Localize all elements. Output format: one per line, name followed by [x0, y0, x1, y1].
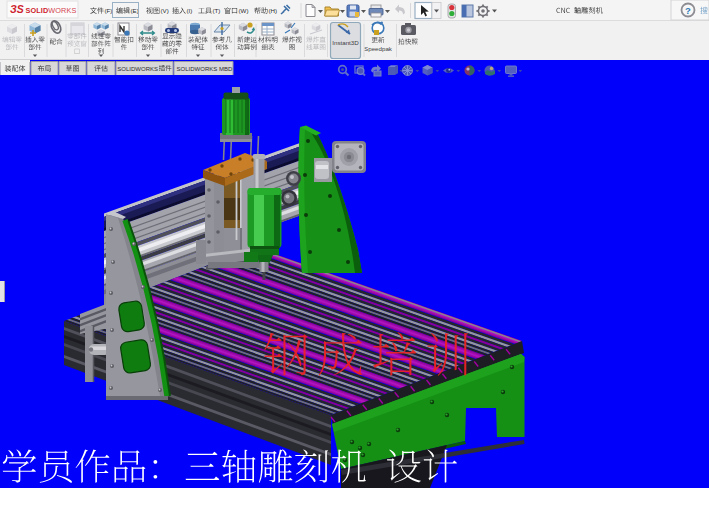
svg-text:(I): (I) — [187, 7, 193, 14]
svg-text:SOLIDWORKS: SOLIDWORKS — [26, 6, 77, 15]
svg-text:SOLIDWORKS: SOLIDWORKS — [117, 66, 158, 72]
svg-text:(V): (V) — [161, 7, 169, 14]
svg-text:?: ? — [685, 5, 691, 16]
svg-text:(W): (W) — [239, 7, 249, 14]
svg-text:Instant3D: Instant3D — [332, 39, 359, 46]
svg-text:SOLIDWORKS MBD: SOLIDWORKS MBD — [177, 66, 233, 72]
svg-text:ЗS: ЗS — [10, 3, 24, 15]
svg-text:(F): (F) — [105, 7, 113, 14]
svg-text:(E): (E) — [131, 7, 139, 14]
svg-text:(H): (H) — [269, 7, 278, 14]
svg-text:(T): (T) — [213, 7, 221, 14]
svg-text:Speedpak: Speedpak — [364, 45, 393, 52]
